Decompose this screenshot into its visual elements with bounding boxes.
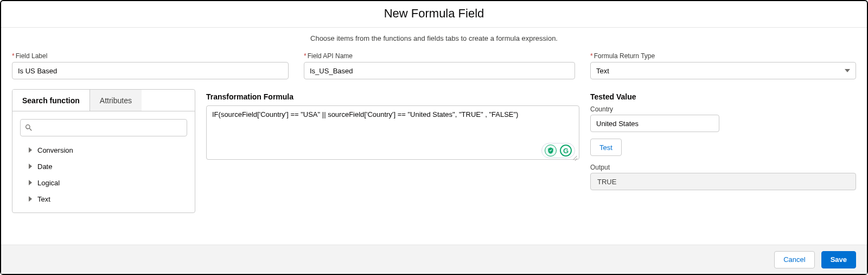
field-label-input[interactable] [12,62,289,79]
builder-row: Search function Attributes Conversion Da… [12,89,856,245]
function-search-input[interactable] [20,119,187,136]
chevron-right-icon [29,196,32,202]
tested-value-panel: Tested Value Country Test Output TRUE [590,89,856,245]
formula-wrap: G [206,105,579,161]
tab-attributes[interactable]: Attributes [90,90,142,111]
modal-footer: Cancel Save [1,245,867,274]
caret-down-icon [845,69,850,72]
chevron-right-icon [29,164,32,169]
required-star-icon: * [12,52,15,60]
modal-title: New Formula Field [1,7,867,21]
field-label-group: *Field Label [12,52,289,79]
output-label: Output [590,164,856,171]
new-formula-modal: New Formula Field Choose items from the … [0,0,868,275]
output-value: TRUE [590,173,856,190]
cancel-button[interactable]: Cancel [774,251,814,268]
formula-return-type-caption: *Formula Return Type [590,52,856,60]
grammarly-g-icon[interactable]: G [560,145,572,157]
formula-panel: Transformation Formula G [206,89,579,245]
tab-search-function[interactable]: Search function [12,90,90,111]
field-api-name-caption: *Field API Name [304,52,575,60]
function-panel: Search function Attributes Conversion Da… [12,89,195,213]
category-text[interactable]: Text [20,191,187,207]
search-icon [24,123,33,132]
formula-title: Transformation Formula [206,92,579,101]
formula-textarea[interactable] [206,105,579,160]
chevron-right-icon [29,180,32,185]
function-tabs: Search function Attributes [12,90,195,111]
field-row: *Field Label *Field API Name *Formula Re… [12,52,856,79]
formula-return-type-value: Text [596,67,609,75]
tested-field-input[interactable] [590,115,719,132]
formula-return-type-select[interactable]: Text [590,62,856,79]
field-label-caption: *Field Label [12,52,289,60]
function-search-wrap [20,119,187,136]
modal-body: Choose items from the functions and fiel… [1,28,867,245]
category-conversion[interactable]: Conversion [20,142,187,158]
modal-help-text: Choose items from the functions and fiel… [12,34,856,42]
function-tree-area: Conversion Date Logical Text [12,111,195,211]
field-api-name-input[interactable] [304,62,575,79]
tested-value-title: Tested Value [590,92,856,101]
field-api-name-group: *Field API Name [304,52,575,79]
assist-badge-group: G [541,143,575,158]
function-category-list: Conversion Date Logical Text [20,142,187,207]
required-star-icon: * [590,52,593,60]
test-button[interactable]: Test [590,139,622,156]
tested-field-label: Country [590,105,856,113]
category-logical[interactable]: Logical [20,174,187,191]
chevron-right-icon [29,147,32,153]
category-date[interactable]: Date [20,158,187,174]
formula-return-type-group: *Formula Return Type Text [590,52,856,79]
required-star-icon: * [304,52,307,60]
save-button[interactable]: Save [821,251,856,268]
shield-check-icon[interactable] [545,145,557,157]
modal-header: New Formula Field [1,1,867,28]
